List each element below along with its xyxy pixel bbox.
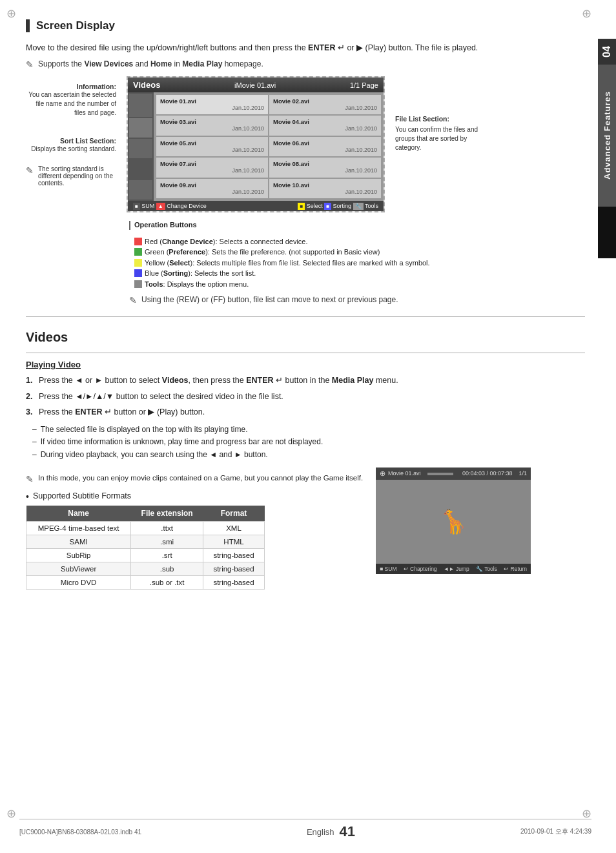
videos-divider <box>26 353 585 353</box>
page-number-area: English 41 <box>307 823 355 840</box>
vb-cell-6: Movie 06.avi Jan.10.2010 <box>269 137 381 156</box>
video-browser: Videos iMovie 01.avi 1/1 Page Movie 01.a… <box>127 76 385 212</box>
vp-header: ⊕ Movie 01.avi 00:04:03 / 00:07:38 1/1 <box>376 468 531 480</box>
table-row-1: MPEG-4 time-based text .ttxt XML <box>26 521 265 535</box>
vb-cell-4: Movie 04.avi Jan.10.2010 <box>269 116 381 135</box>
file-list-desc: You can confirm the files and groups tha… <box>395 125 492 152</box>
vp-footer: ■ SUM ↵ Chaptering ◄► Jump 🔧 Tools ↩ Ret… <box>376 564 531 574</box>
sort-label: Sort List Section: <box>26 137 116 145</box>
op-item-yellow: Yellow (Select): Selects multiple files … <box>134 258 585 269</box>
vp-tools: 🔧 Tools <box>476 566 497 572</box>
page-footer: [UC9000-NA]BN68-03088A-02L03.indb 41 Eng… <box>19 819 591 840</box>
op-note: ✎ Using the (REW) or (FF) button, file l… <box>129 293 585 309</box>
bottom-text-area: ✎ In this mode, you can enjoy movie clip… <box>26 468 363 590</box>
english-label: English <box>307 827 334 837</box>
info-label-group: Information: You can ascertain the selec… <box>26 83 116 118</box>
sort-desc: Displays the sorting standard. <box>26 145 116 154</box>
vb-current-file: iMovie 01.avi <box>234 81 276 89</box>
step-3: 3. Press the ENTER ↵ button or ▶ (Play) … <box>26 406 585 418</box>
op-item-blue: Blue (Sorting): Selects the sort list. <box>134 268 585 279</box>
diagram-left-labels: Information: You can ascertain the selec… <box>26 76 116 193</box>
subtitle-bullet: • Supported Subtitle Formats <box>26 491 363 502</box>
vb-body: Movie 01.avi Jan.10.2010 Movie 02.avi Ja… <box>128 92 384 201</box>
vb-cell-9: Movie 09.avi Jan.10.2010 <box>156 179 268 198</box>
diagram-right-labels: File List Section: You can confirm the f… <box>395 76 492 152</box>
footer-file-info: [UC9000-NA]BN68-03088A-02L03.indb 41 <box>19 828 141 836</box>
table-row-3: SubRip .srt string-based <box>26 548 265 562</box>
table-row-4: SubViewer .sub string-based <box>26 562 265 575</box>
op-item-green: Green (Preference): Sets the file prefer… <box>134 247 585 258</box>
yellow-color-box <box>134 259 142 267</box>
op-note-icon: ✎ <box>129 293 137 309</box>
vp-icon: ⊕ <box>380 469 385 478</box>
thumb-2 <box>129 118 152 138</box>
vb-footer-right: ■ Select ■ Sorting 🔧 Tools <box>298 203 378 209</box>
col-ext: File extension <box>131 506 203 522</box>
sort-label-group: Sort List Section: Displays the sorting … <box>26 137 116 154</box>
corner-mark-bl: ⊕ <box>6 807 16 821</box>
red-color-box <box>134 238 142 245</box>
vb-footer: ■ SUM ▲ Change Device ■ Select ■ Sorting… <box>128 201 384 211</box>
screen-display-instruction: Move to the desired file using the up/do… <box>26 41 585 54</box>
playing-video-title: Playing Video <box>26 360 585 369</box>
vb-cell-2: Movie 02.avi Jan.10.2010 <box>269 95 381 114</box>
vp-return: ↩ Return <box>504 566 527 572</box>
thumb-3 <box>129 139 152 158</box>
screen-display-note: ✎ Supports the View Devices and Home in … <box>26 59 585 70</box>
screen-display-title: Screen Display <box>26 19 585 32</box>
subtitle-table: Name File extension Format MPEG-4 time-b… <box>26 506 265 590</box>
vb-cell-3: Movie 03.avi Jan.10.2010 <box>156 116 268 135</box>
vb-title: Videos <box>133 80 160 90</box>
playing-video-steps: 1. Press the ◄ or ► button to select Vid… <box>26 375 585 418</box>
file-list-title: File List Section: <box>395 115 492 123</box>
bullet-1: The selected file is displayed on the to… <box>32 424 585 436</box>
bottom-area: ✎ In this mode, you can enjoy movie clip… <box>26 468 585 590</box>
videos-title: Videos <box>26 330 585 345</box>
thumb-4 <box>129 159 152 179</box>
op-item-tools: Tools: Displays the option menu. <box>134 279 585 290</box>
info-label: Information: <box>26 83 116 90</box>
vb-cell-8: Movie 08.avi Jan.10.2010 <box>269 158 381 177</box>
main-content: Screen Display Move to the desired file … <box>19 0 591 602</box>
chapter-number: 04 <box>598 39 616 65</box>
vp-screen: 🦒 <box>376 480 531 564</box>
note-icon: ✎ <box>26 59 34 70</box>
green-color-box <box>134 248 142 256</box>
col-format: Format <box>203 506 265 522</box>
col-name: Name <box>26 506 131 522</box>
game-note: ✎ In this mode, you can enjoy movie clip… <box>26 473 363 486</box>
thumb-1 <box>129 94 152 117</box>
bullet-2: If video time information is unknown, pl… <box>32 436 585 448</box>
diagram-area: Information: You can ascertain the selec… <box>26 76 585 212</box>
section-divider <box>26 316 585 317</box>
table-row-2: SAMI .smi HTML <box>26 535 265 548</box>
vb-grid: Movie 01.avi Jan.10.2010 Movie 02.avi Ja… <box>154 92 384 201</box>
progress-bar <box>427 473 453 475</box>
vb-left-panel <box>128 92 154 201</box>
table-row-5: Micro DVD .sub or .txt string-based <box>26 575 265 589</box>
op-title: Operation Buttons <box>134 219 197 231</box>
giraffe-icon: 🦒 <box>439 508 468 535</box>
blue-color-box <box>134 269 142 277</box>
op-item-red: Red (Change Device): Selects a connected… <box>134 236 585 247</box>
corner-mark-tl: ⊕ <box>6 6 16 21</box>
vp-page: 1/1 <box>519 470 528 477</box>
footer-date-info: 2010-09-01 오후 4:24:39 <box>520 827 591 836</box>
operation-buttons: Operation Buttons Red (Change Device): S… <box>129 219 585 309</box>
vp-sum: ■ SUM <box>380 566 396 572</box>
corner-mark-tr: ⊕ <box>582 6 591 21</box>
step-2: 2. Press the ◄/►/▲/▼ button to select th… <box>26 391 585 403</box>
vb-header: Videos iMovie 01.avi 1/1 Page <box>128 77 384 92</box>
vp-time: 00:04:03 / 00:07:38 <box>462 470 513 477</box>
thumb-5 <box>129 180 152 200</box>
vb-cell-10: Movie 10.avi Jan.10.2010 <box>269 179 381 198</box>
vb-cell-1: Movie 01.avi Jan.10.2010 <box>156 95 268 114</box>
videos-section: Videos Playing Video 1. Press the ◄ or ►… <box>26 330 585 590</box>
tools-icon-box <box>134 280 142 288</box>
vp-jump: ◄► Jump <box>444 566 469 572</box>
page-number: 41 <box>340 823 355 840</box>
video-player-mock: ⊕ Movie 01.avi 00:04:03 / 00:07:38 1/1 🦒… <box>376 468 531 574</box>
vb-page: 1/1 Page <box>350 81 378 89</box>
side-tab: Advanced Features <box>598 65 616 207</box>
sort-note: ✎ The sorting standard is different depe… <box>26 165 116 187</box>
